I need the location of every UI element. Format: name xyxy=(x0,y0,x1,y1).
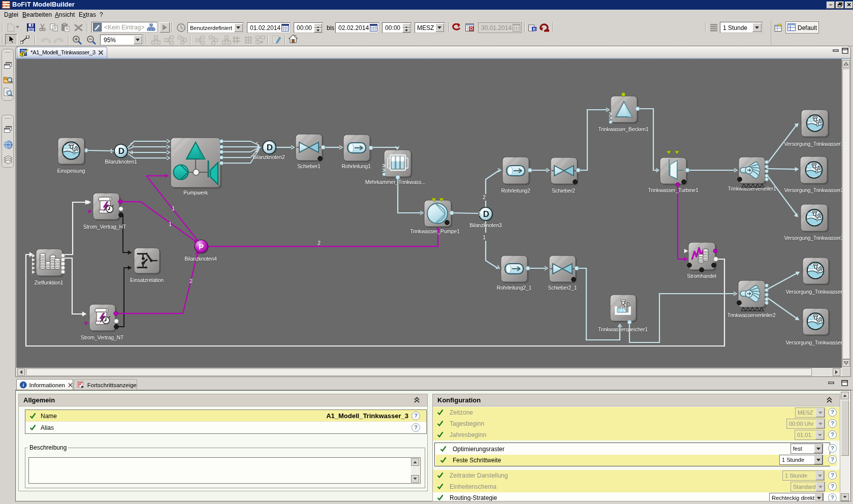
svg-text:Mehrkammer_Trinkwass...: Mehrkammer_Trinkwass... xyxy=(365,179,426,185)
svg-text:Schieber1: Schieber1 xyxy=(297,163,321,169)
svg-text:1: 1 xyxy=(172,205,175,211)
svg-text:2: 2 xyxy=(483,194,486,200)
svg-text:1: 1 xyxy=(478,210,481,216)
svg-text:1: 1 xyxy=(110,148,113,154)
svg-text:Trinkwasserverteiler2: Trinkwasserverteiler2 xyxy=(727,312,776,318)
svg-text:Rohrleitung2: Rohrleitung2 xyxy=(501,187,530,194)
svg-text:D: D xyxy=(483,209,489,219)
svg-text:2: 2 xyxy=(189,278,193,284)
svg-text:Trinkwasser_Becken1: Trinkwasser_Becken1 xyxy=(598,126,648,132)
svg-text:Trinkwasser_Pumpe1: Trinkwasser_Pumpe1 xyxy=(410,228,460,234)
svg-text:D: D xyxy=(267,143,273,152)
svg-text:Bilanzknoten2: Bilanzknoten2 xyxy=(252,154,285,160)
svg-text:Versorgung_Trinkwasser4: Versorgung_Trinkwasser4 xyxy=(786,289,842,295)
svg-text:Stromhandel: Stromhandel xyxy=(687,273,716,279)
svg-text:i: i xyxy=(22,382,24,388)
svg-text:Rohrleitung1: Rohrleitung1 xyxy=(341,163,370,169)
svg-text:Trinkwasser_Turbine1: Trinkwasser_Turbine1 xyxy=(648,187,698,193)
svg-text:Versorgung_Trinkwasser2: Versorgung_Trinkwasser2 xyxy=(784,187,842,193)
svg-text:4: 4 xyxy=(255,148,258,154)
svg-text:2: 2 xyxy=(318,240,321,246)
svg-text:Trinkwasserverteiler1: Trinkwasserverteiler1 xyxy=(728,185,776,192)
svg-text:Strom_Vertrag_NT: Strom_Vertrag_NT xyxy=(81,334,124,340)
svg-text:1: 1 xyxy=(483,234,486,240)
svg-text:P: P xyxy=(199,242,204,251)
svg-text:4: 4 xyxy=(130,149,133,155)
svg-text:Versorgung_Trinkwasser5: Versorgung_Trinkwasser5 xyxy=(786,339,842,345)
svg-text:Bilanzknoten3: Bilanzknoten3 xyxy=(469,222,502,228)
svg-text:Bilanzknoten1: Bilanzknoten1 xyxy=(105,159,137,165)
svg-text:Versorgung_Trinkwasser1: Versorgung_Trinkwasser1 xyxy=(784,141,842,147)
svg-text:Rohrleitung2_1: Rohrleitung2_1 xyxy=(497,285,532,291)
svg-text:D: D xyxy=(118,146,124,156)
svg-text:Strom_Vertrag_HT: Strom_Vertrag_HT xyxy=(83,224,127,230)
svg-text:1: 1 xyxy=(169,221,172,227)
svg-text:Pumpwerk: Pumpwerk xyxy=(183,190,208,196)
svg-text:Bilanzknoten4: Bilanzknoten4 xyxy=(184,256,217,262)
svg-text:Einsatzrelation: Einsatzrelation xyxy=(130,277,164,283)
svg-text:Schieber2_1: Schieber2_1 xyxy=(548,285,577,291)
svg-text:Trinkwasserspeicher1: Trinkwasserspeicher1 xyxy=(598,326,648,332)
svg-text:Versorgung_Trinkwasser3: Versorgung_Trinkwasser3 xyxy=(784,235,842,241)
svg-text:Zielfunktion1: Zielfunktion1 xyxy=(35,279,64,286)
svg-text:Schieber2: Schieber2 xyxy=(552,187,575,194)
svg-text:Einspeisung: Einspeisung xyxy=(57,168,85,174)
